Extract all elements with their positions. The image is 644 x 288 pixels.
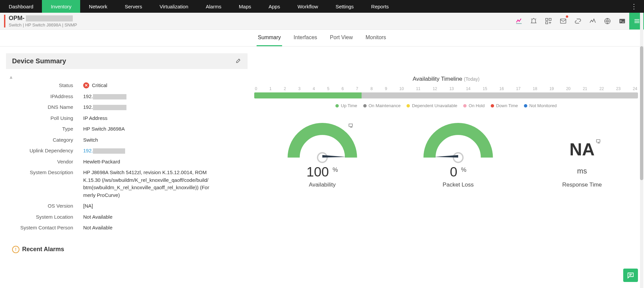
device-name-redacted [26, 15, 73, 21]
gauge-availability-arc [290, 125, 354, 158]
tick: 14 [466, 86, 470, 91]
nav-virtualization[interactable]: Virtualization [151, 0, 197, 13]
nav-inventory[interactable]: Inventory [42, 0, 80, 13]
scrollbar[interactable] [640, 13, 643, 257]
label-poll: Poll Using [6, 115, 73, 122]
value-sysloc: Not Available [83, 213, 211, 221]
availability-timeline [254, 92, 638, 98]
tab-monitors[interactable]: Monitors [364, 30, 387, 46]
nav-maps[interactable]: Maps [230, 0, 260, 13]
chart-icon[interactable] [511, 13, 526, 29]
nav-workflow[interactable]: Workflow [289, 0, 327, 13]
gauge-responsetime-unit: ms [562, 167, 602, 175]
tick: 23 [616, 86, 621, 91]
dns-redacted [93, 105, 126, 110]
nav-dashboard[interactable]: Dashboard [0, 0, 42, 13]
legend-label: On Maintenance [369, 103, 400, 108]
gauge-packetloss-label: Packet Loss [426, 182, 490, 188]
status-stripe [4, 15, 5, 27]
mail-icon[interactable] [555, 13, 570, 29]
kebab-icon[interactable]: ⋮ [627, 0, 641, 13]
tick: 0 [255, 86, 257, 91]
section-recent-alarms: ! Recent Alarms [6, 242, 638, 257]
gauge-availability-label: Availability [290, 182, 354, 188]
tick: 12 [433, 86, 437, 91]
gauge-settings-icon[interactable] [596, 139, 602, 146]
legend-item: Down Time [491, 103, 518, 108]
legend-dot [363, 104, 367, 107]
bell-icon[interactable] [526, 13, 541, 29]
label-vendor: Vendor [6, 158, 73, 166]
nav-network[interactable]: Network [80, 0, 116, 13]
tab-interfaces[interactable]: Interfaces [292, 30, 318, 46]
label-sysloc: System Location [6, 213, 73, 221]
tab-port-view[interactable]: Port View [329, 30, 354, 46]
device-subtitle: Switch | HP Switch J8698A | SNMP [9, 22, 77, 27]
legend-label: Not Monitored [529, 103, 557, 108]
legend-label: On Hold [469, 103, 485, 108]
scrollbar-thumb[interactable] [640, 46, 643, 180]
tick: 4 [313, 86, 315, 91]
label-syscontact: System Contact Person [6, 224, 73, 232]
label-ip: IPAddress [6, 93, 73, 100]
edit-icon[interactable] [235, 58, 241, 65]
nav-apps[interactable]: Apps [260, 0, 289, 13]
device-name: OPM- [9, 15, 77, 22]
svg-rect-3 [560, 19, 566, 23]
tick: 16 [499, 86, 504, 91]
value-type: HP Switch J8698A [83, 125, 211, 133]
ip-redacted [93, 94, 126, 99]
tick: 3 [298, 86, 301, 91]
label-category: Category [6, 136, 73, 144]
gauge-availability-value: 100 % [290, 164, 354, 179]
label-sysdesc: System Description [6, 169, 73, 199]
nav-reports[interactable]: Reports [363, 0, 398, 13]
gauge-packetloss-arc [426, 125, 490, 158]
label-osver: OS Version [6, 202, 73, 210]
terminal-icon[interactable] [614, 13, 629, 29]
nav-alarms[interactable]: Alarms [197, 0, 230, 13]
tab-summary[interactable]: Summary [257, 30, 282, 46]
availability-title: Availability Timeline (Today) [254, 76, 638, 82]
legend-item: On Hold [463, 103, 485, 108]
timeline-up-segment [254, 92, 362, 98]
section-device-summary: Device Summary [6, 53, 248, 69]
graph-icon[interactable] [585, 13, 600, 29]
gauges-row: 100 % Availability 0 % Packet Loss NA ms… [254, 125, 638, 188]
label-type: Type [6, 125, 73, 133]
title-toolbar [511, 13, 644, 29]
tick: 21 [583, 86, 587, 91]
legend-dot [335, 104, 339, 107]
legend-item: Not Monitored [524, 103, 557, 108]
device-subtabs: SummaryInterfacesPort ViewMonitors [0, 30, 644, 47]
svg-rect-9 [597, 140, 600, 142]
legend-dot [491, 104, 494, 107]
legend-dot [407, 104, 410, 107]
value-sysdesc: HP J8698A Switch 5412zl, revision K.15.1… [83, 169, 211, 199]
grid-icon[interactable] [541, 13, 555, 29]
svg-rect-5 [619, 19, 625, 23]
value-status: ✕ Critical [83, 82, 211, 89]
nav-servers[interactable]: Servers [116, 0, 151, 13]
value-uplink[interactable]: 192. [83, 147, 211, 155]
legend-label: Up Time [341, 103, 357, 108]
nav-settings[interactable]: Settings [327, 0, 362, 13]
tick: 11 [416, 86, 420, 91]
tick: 1 [269, 86, 272, 91]
globe-icon[interactable] [600, 13, 614, 29]
legend-dot [524, 104, 527, 107]
tick: 13 [449, 86, 454, 91]
gauge-availability: 100 % Availability [290, 125, 354, 188]
gauge-settings-icon[interactable] [348, 123, 354, 130]
legend-item: On Maintenance [363, 103, 400, 108]
tick: 19 [549, 86, 554, 91]
gauge-responsetime-label: Response Time [562, 182, 602, 188]
value-osver: [NA] [83, 202, 211, 210]
tick: 18 [533, 86, 537, 91]
recent-alarms-title: Recent Alarms [22, 246, 64, 253]
legend-item: Up Time [335, 103, 357, 108]
loop-icon[interactable] [570, 13, 585, 29]
tick: 2 [284, 86, 286, 91]
tick: 10 [399, 86, 404, 91]
gauge-packetloss: 0 % Packet Loss [426, 125, 490, 188]
